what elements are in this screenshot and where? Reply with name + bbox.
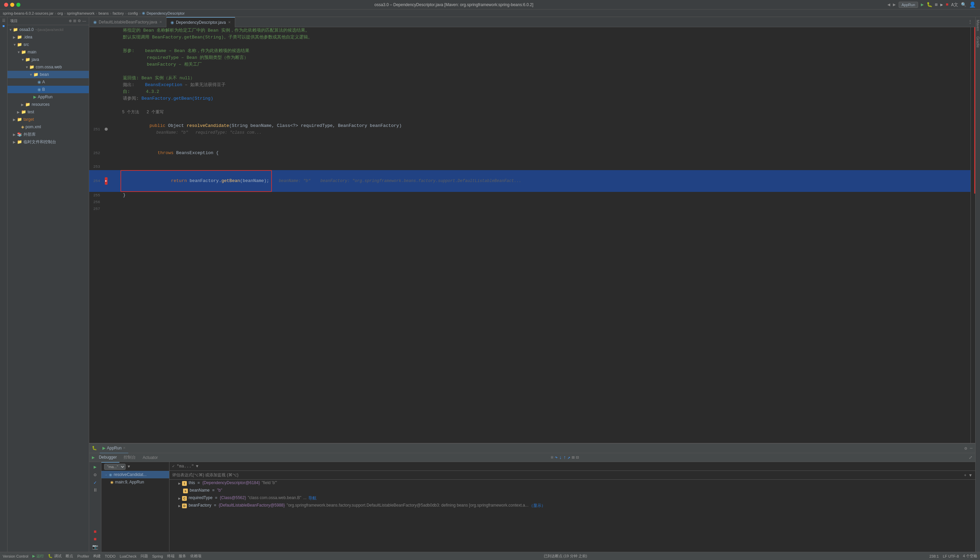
show-link[interactable]: （显示） bbox=[529, 503, 545, 508]
tree-root[interactable]: ▼ 📁 ossa3.0 ~/java/java/seckil bbox=[7, 26, 89, 33]
evaluate-icon[interactable]: ⊞ bbox=[572, 455, 574, 460]
terminal-btn[interactable]: 终端 bbox=[167, 553, 175, 558]
debug-button[interactable]: 🐛 bbox=[927, 2, 932, 7]
debug-minimize-icon[interactable]: — bbox=[970, 446, 973, 451]
requiredType-expand-triangle[interactable]: ▶ bbox=[178, 497, 181, 500]
run-status-btn[interactable]: ▶ 运行 bbox=[32, 553, 44, 558]
breadcrumb-org[interactable]: org bbox=[58, 11, 63, 15]
build-btn[interactable]: 构建 bbox=[93, 553, 101, 558]
breadcrumb-config[interactable]: config bbox=[128, 11, 138, 15]
project-icon[interactable]: ■ bbox=[2, 24, 5, 28]
this-expand-triangle[interactable]: ▶ bbox=[178, 482, 181, 485]
breadcrumb-beans[interactable]: beans bbox=[98, 11, 108, 15]
tree-target[interactable]: ▶ 📁 target bbox=[7, 116, 89, 123]
step-over-icon[interactable]: ↷ bbox=[555, 455, 557, 460]
close-button[interactable] bbox=[4, 3, 8, 7]
nav-back-icon[interactable]: ◀ bbox=[887, 2, 890, 7]
gradle-tab[interactable]: Gradle bbox=[975, 34, 980, 50]
debug-stop-btn[interactable]: ■ bbox=[93, 529, 96, 535]
debug-settings-btn[interactable]: ⚙ bbox=[93, 472, 96, 478]
luacheck-btn[interactable]: LuaCheck bbox=[120, 554, 137, 558]
sidebar-header-btn2[interactable]: ⊞ bbox=[73, 19, 76, 23]
restore-layout-icon[interactable]: ⊟ bbox=[576, 455, 578, 460]
more-tabs-button[interactable]: ⋮ bbox=[965, 19, 975, 25]
frame-filter-select[interactable]: "ma..." bbox=[104, 464, 125, 470]
tree-B[interactable]: ◉ B bbox=[7, 86, 89, 93]
debug-play-btn[interactable]: ▶ bbox=[93, 464, 96, 470]
translate-icon[interactable]: A文 bbox=[951, 2, 958, 8]
stop-button[interactable]: ■ bbox=[946, 2, 948, 7]
debug-pause-btn[interactable]: ⏸ bbox=[93, 488, 98, 493]
breadcrumb-springframework[interactable]: springframework bbox=[67, 11, 94, 15]
frame-filter-icon[interactable]: ▼ bbox=[128, 464, 130, 469]
profiler-btn[interactable]: Profiler bbox=[77, 554, 89, 558]
run-button[interactable]: ▶ bbox=[921, 2, 923, 7]
vars-dropdown-btn[interactable]: ▼ bbox=[196, 464, 198, 469]
tree-test[interactable]: ▶ 📁 test bbox=[7, 108, 89, 116]
navigate-link[interactable]: 导航 bbox=[308, 495, 317, 501]
frame-entry-resolveCandidate[interactable]: → ◉ resolveCandidat... bbox=[102, 471, 169, 478]
debug-tab-close[interactable]: ✕ bbox=[123, 446, 125, 450]
tree-main[interactable]: ▼ 📁 main bbox=[7, 48, 89, 56]
problems-btn[interactable]: 问题 bbox=[140, 553, 148, 558]
debug-tab-apprun[interactable]: ▶ AppRun ✕ bbox=[100, 443, 128, 453]
tree-resources[interactable]: ▶ 📁 resources bbox=[7, 101, 89, 108]
tree-AppRun[interactable]: ▶ AppRun bbox=[7, 93, 89, 101]
debug-inner-tab-debugger[interactable]: Debugger bbox=[96, 452, 120, 463]
tree-com-ossa-web[interactable]: ▼ 📁 com.ossa.web bbox=[7, 63, 89, 71]
step-into-icon[interactable]: ↓ bbox=[559, 455, 562, 460]
debug-inner-tab-actuator[interactable]: Actuator bbox=[140, 452, 161, 463]
resume-button[interactable]: ▶ bbox=[92, 455, 95, 460]
tree-scratch[interactable]: ▶ 📁 临时文件和控制台 bbox=[7, 138, 89, 146]
debug-filter-btn[interactable]: ✓ bbox=[93, 480, 96, 485]
debug-inner-tab-console[interactable]: 控制台 bbox=[121, 452, 138, 463]
tree-idea[interactable]: ▶ 📁 .idea bbox=[7, 33, 89, 41]
maven-tab[interactable]: Maven bbox=[975, 17, 980, 34]
version-control-btn[interactable]: Version Control bbox=[3, 554, 28, 558]
debug-stop-btn2[interactable]: ■ bbox=[93, 537, 96, 542]
spring-btn[interactable]: Spring bbox=[152, 554, 163, 558]
more-run-button[interactable]: ▶ bbox=[940, 2, 943, 7]
deps-btn[interactable]: 依赖项 bbox=[190, 553, 202, 558]
user-avatar[interactable]: 👤 bbox=[969, 2, 976, 8]
structure-icon[interactable]: ☰ bbox=[2, 18, 5, 23]
debug-status-btn[interactable]: 🐛 调试 bbox=[48, 553, 62, 558]
services-btn[interactable]: 服务 bbox=[178, 553, 186, 558]
search-button[interactable]: 🔍 bbox=[961, 2, 967, 7]
step-filter-icon[interactable]: ≡ bbox=[550, 455, 553, 460]
debug-camera-btn[interactable]: 📷 bbox=[92, 544, 98, 550]
tab-close-icon2[interactable]: ✕ bbox=[228, 20, 231, 24]
tree-java[interactable]: ▼ 📁 java bbox=[7, 56, 89, 63]
coverage-button[interactable]: ⊞ bbox=[935, 2, 938, 7]
tree-pom[interactable]: ◈ pom.xml bbox=[7, 123, 89, 131]
code-editor[interactable]: 将指定的 Bean 名称解析为给定工厂中的 Bean 实例，作为此依赖项的匹配算… bbox=[89, 27, 975, 443]
run-to-cursor-icon[interactable]: ↗ bbox=[568, 455, 570, 460]
expand-debug-icon[interactable]: ⤢ bbox=[969, 455, 973, 460]
vars-filter-btn[interactable]: ✓ bbox=[172, 464, 175, 469]
tree-A[interactable]: ◉ A bbox=[7, 78, 89, 86]
tree-bean[interactable]: ▼ 📁 bean bbox=[7, 71, 89, 78]
nav-forward-icon[interactable]: ▶ bbox=[893, 2, 896, 7]
todo-btn[interactable]: TODO bbox=[105, 554, 116, 558]
tab-close-icon[interactable]: ✕ bbox=[159, 20, 162, 24]
breadcrumb-class[interactable]: DependencyDescriptor bbox=[147, 11, 185, 15]
breadcrumb-jar[interactable]: spring-beans-6.0.2-sources.jar bbox=[3, 11, 53, 15]
maximize-button[interactable] bbox=[16, 3, 20, 7]
expr-add-icon[interactable]: + bbox=[964, 473, 967, 478]
breakpoints-btn[interactable]: 断点 bbox=[66, 553, 73, 558]
tab-defaultlistable[interactable]: ◉ DefaultListableBeanFactory.java ✕ bbox=[89, 17, 167, 27]
minimize-button[interactable] bbox=[10, 3, 14, 7]
breadcrumb-factory[interactable]: factory bbox=[113, 11, 124, 15]
beanFactory-expand-triangle[interactable]: ▶ bbox=[178, 504, 181, 508]
step-out-icon[interactable]: ↑ bbox=[563, 455, 566, 460]
debug-settings-icon[interactable]: ⚙ bbox=[964, 446, 967, 451]
sidebar-header-btn3[interactable]: ⚙ bbox=[78, 19, 81, 23]
tab-dependency[interactable]: ◉ DependencyDescriptor.java ✕ bbox=[167, 17, 235, 27]
sidebar-header-btn1[interactable]: ⊕ bbox=[69, 19, 72, 23]
run-config-button[interactable]: AppRun bbox=[899, 2, 918, 8]
expr-expand-icon[interactable]: ▼ bbox=[968, 473, 973, 478]
tree-src[interactable]: ▼ 📁 src bbox=[7, 41, 89, 48]
frame-entry-main[interactable]: ◉ main:9, AppRun bbox=[102, 478, 169, 486]
sidebar-header-btn4[interactable]: — bbox=[82, 19, 86, 23]
tree-external-libs[interactable]: ▶ 📚 外部库 bbox=[7, 131, 89, 138]
